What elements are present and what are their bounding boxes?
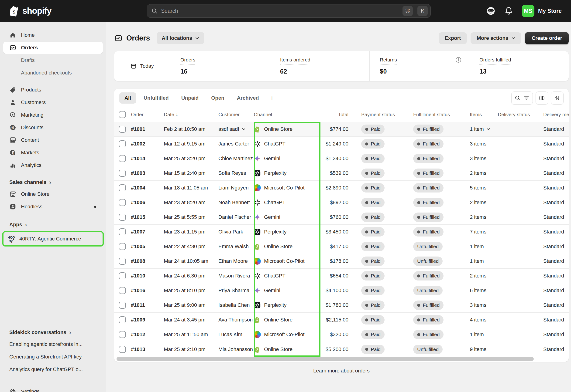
- column-header-channel[interactable]: Channel: [254, 112, 320, 117]
- sidebar-item-markets[interactable]: $Markets: [3, 147, 103, 159]
- sort-button[interactable]: [551, 91, 564, 105]
- sidebar-item-content[interactable]: Content: [3, 134, 103, 146]
- sidebar-item-40rty-agentic-commerce[interactable]: 4Orty40RTY: Agentic Commerce: [2, 231, 104, 247]
- info-icon[interactable]: [455, 56, 462, 63]
- sidebar-item-online-store[interactable]: Online Store: [3, 188, 103, 200]
- order-row[interactable]: #1011Mar 25 at 9:00 amIsabella ChenPerpl…: [114, 298, 569, 313]
- row-checkbox[interactable]: [119, 199, 126, 206]
- tab-all[interactable]: All: [119, 92, 136, 104]
- sidekick-conversation-analytics-query-for-chatgpt-o[interactable]: Analytics query for ChatGPT o...: [3, 363, 103, 376]
- order-number[interactable]: #1014: [131, 155, 164, 162]
- sidekick-conversation-enabling-agentic-storefronts-in[interactable]: Enabling agentic storefronts in...: [3, 338, 103, 350]
- edit-columns-button[interactable]: [536, 91, 548, 105]
- order-number[interactable]: #1006: [131, 199, 164, 206]
- column-header-payment-status[interactable]: Payment status: [348, 112, 413, 117]
- order-number[interactable]: #1010: [131, 273, 164, 279]
- location-filter-dropdown[interactable]: All locations: [157, 32, 204, 44]
- row-checkbox[interactable]: [119, 228, 126, 235]
- order-row[interactable]: #1015Mar 25 at 5:55 pmDaniel FischerGemi…: [114, 210, 569, 225]
- row-checkbox[interactable]: [119, 170, 126, 177]
- shopify-logo[interactable]: S shopify: [9, 5, 51, 16]
- order-row[interactable]: #1008Mar 24 at 10:05 amEthan MooreMicros…: [114, 254, 569, 269]
- row-checkbox[interactable]: [119, 258, 126, 265]
- sidebar-item-marketing[interactable]: Marketing: [3, 109, 103, 121]
- notifications-bell-icon[interactable]: [504, 6, 513, 15]
- sidebar-item-settings[interactable]: Settings: [3, 385, 103, 392]
- column-header-customer[interactable]: Customer: [218, 112, 254, 117]
- select-all-checkbox[interactable]: [119, 111, 126, 118]
- sidebar-item-analytics[interactable]: Analytics: [3, 159, 103, 171]
- sidebar-section-sales-channels[interactable]: Sales channels›: [3, 177, 103, 187]
- search-and-filter-button[interactable]: [511, 91, 533, 105]
- row-checkbox[interactable]: [119, 126, 126, 133]
- sidebar-item-drafts[interactable]: Drafts: [3, 54, 103, 66]
- sidebar-item-home[interactable]: Home: [3, 29, 103, 41]
- sidebar-item-products[interactable]: Products: [3, 84, 103, 96]
- stat-items-ordered[interactable]: Items ordered62—: [270, 51, 370, 81]
- stat-returns[interactable]: Returns$0—: [370, 51, 469, 81]
- row-checkbox[interactable]: [119, 140, 126, 147]
- sidebar-section-apps[interactable]: Apps›: [3, 220, 103, 230]
- search-input[interactable]: Search ⌘ K: [147, 4, 431, 18]
- row-checkbox[interactable]: [119, 346, 126, 353]
- order-number[interactable]: #1016: [131, 287, 164, 294]
- tab-open[interactable]: Open: [206, 92, 229, 104]
- learn-more-link[interactable]: Learn more about orders: [114, 368, 569, 374]
- order-row[interactable]: #1007Mar 23 at 1:15 pmOlivia ParkPerplex…: [114, 225, 569, 239]
- sidebar-item-customers[interactable]: Customers: [3, 96, 103, 109]
- order-number[interactable]: #1005: [131, 243, 164, 250]
- order-row[interactable]: #1009Mar 24 at 3:45 pmAva ThompsonOnline…: [114, 313, 569, 327]
- column-header-fulfillment-status[interactable]: Fulfillment status: [413, 112, 470, 117]
- order-number[interactable]: #1009: [131, 317, 164, 323]
- row-checkbox[interactable]: [119, 214, 126, 221]
- sidebar-item-headless[interactable]: Headless: [3, 201, 103, 213]
- order-row[interactable]: #1014Mar 25 at 3:20 pmChloe MartinezGemi…: [114, 151, 569, 166]
- tab-unfulfilled[interactable]: Unfulfilled: [138, 92, 174, 104]
- date-range-filter[interactable]: Today: [114, 51, 170, 81]
- scrollbar-thumb[interactable]: [117, 357, 534, 361]
- order-number[interactable]: #1011: [131, 302, 164, 308]
- order-number[interactable]: #1002: [131, 141, 164, 147]
- stat-orders[interactable]: Orders16—: [170, 51, 270, 81]
- order-row[interactable]: #1010Mar 24 at 6:30 pmMason RiveraChatGP…: [114, 269, 569, 283]
- row-checkbox[interactable]: [119, 331, 126, 338]
- sidebar-item-discounts[interactable]: %Discounts: [3, 122, 103, 134]
- row-checkbox[interactable]: [119, 243, 126, 250]
- row-checkbox[interactable]: [119, 155, 126, 162]
- column-header-date[interactable]: Date ↓: [164, 112, 218, 117]
- row-checkbox[interactable]: [119, 184, 126, 191]
- order-row[interactable]: #1006Mar 23 at 8:20 amNoah BennettChatGP…: [114, 195, 569, 210]
- tab-unpaid[interactable]: Unpaid: [176, 92, 204, 104]
- row-checkbox[interactable]: [119, 316, 126, 323]
- row-checkbox[interactable]: [119, 302, 126, 309]
- order-row[interactable]: #1004Mar 18 at 11:05 amLiam NguyenMicros…: [114, 181, 569, 195]
- sidebar-section-sidekick-conversations[interactable]: Sidekick conversations›: [3, 327, 103, 337]
- column-header-total[interactable]: Total: [320, 112, 348, 117]
- stat-orders-fulfilled[interactable]: Orders fulfilled13—: [469, 51, 569, 81]
- column-header-items[interactable]: Items: [470, 112, 498, 117]
- column-header-delivery-method[interactable]: Delivery method: [543, 112, 569, 117]
- order-number[interactable]: #1004: [131, 185, 164, 191]
- order-row[interactable]: #1001Feb 2 at 10:50 amasdf sadfOnline St…: [114, 122, 569, 137]
- order-number[interactable]: #1015: [131, 214, 164, 220]
- order-row[interactable]: #1003Mar 15 at 2:40 pmSofia ReyesPerplex…: [114, 166, 569, 181]
- sidebar-item-abandoned-checkouts[interactable]: Abandoned checkouts: [3, 67, 103, 79]
- order-number[interactable]: #1012: [131, 332, 164, 337]
- order-row[interactable]: #1013Mar 25 at 2:10 pmMia JohanssonOnlin…: [114, 342, 569, 357]
- column-header-delivery-status[interactable]: Delivery status: [498, 112, 543, 117]
- order-row[interactable]: #1002Mar 12 at 9:15 amJames CarterChatGP…: [114, 137, 569, 151]
- sidekick-icon[interactable]: [486, 6, 496, 16]
- order-number[interactable]: #1001: [131, 126, 164, 132]
- row-checkbox[interactable]: [119, 287, 126, 294]
- order-row[interactable]: #1012Mar 25 at 11:50 amLucas KimMicrosof…: [114, 327, 569, 342]
- column-header-order[interactable]: Order: [131, 112, 164, 117]
- row-checkbox[interactable]: [119, 272, 126, 279]
- order-number[interactable]: #1008: [131, 258, 164, 264]
- more-actions-button[interactable]: More actions: [471, 32, 521, 44]
- export-button[interactable]: Export: [439, 32, 467, 44]
- order-number[interactable]: #1013: [131, 346, 164, 352]
- order-row[interactable]: #1016Mar 25 at 8:10 pmPriya SharmaGemini…: [114, 283, 569, 298]
- order-row[interactable]: #1005Mar 22 at 4:30 pmEmma WalshOnline S…: [114, 239, 569, 254]
- sidebar-item-orders[interactable]: Orders: [3, 42, 103, 54]
- order-number[interactable]: #1007: [131, 229, 164, 235]
